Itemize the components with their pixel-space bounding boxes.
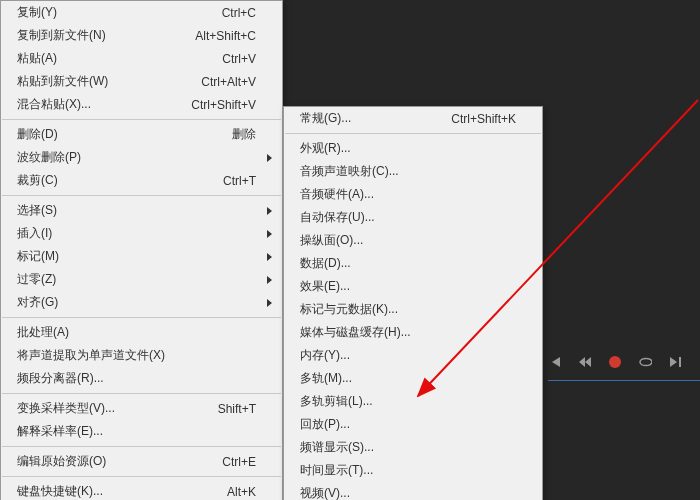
menu-item-label: 插入(I) xyxy=(17,225,256,242)
menu1-item-25[interactable]: 键盘快捷键(K)...Alt+K xyxy=(1,480,282,500)
menu2-item-6[interactable]: 操纵面(O)... xyxy=(284,229,542,252)
menu1-item-16[interactable]: 批处理(A) xyxy=(1,321,282,344)
menu-item-label: 标记与元数据(K)... xyxy=(300,301,516,318)
menu-item-label: 媒体与磁盘缓存(H)... xyxy=(300,324,516,341)
menu1-item-13[interactable]: 过零(Z) xyxy=(1,268,282,291)
menu-item-label: 效果(E)... xyxy=(300,278,516,295)
menu-item-shortcut: 删除 xyxy=(232,126,256,143)
timeline-ruler xyxy=(548,380,700,381)
menu-separator xyxy=(2,476,281,477)
menu1-item-3[interactable]: 粘贴到新文件(W)Ctrl+Alt+V xyxy=(1,70,282,93)
menu-item-label: 粘贴到新文件(W) xyxy=(17,73,201,90)
menu-item-label: 波纹删除(P) xyxy=(17,149,256,166)
menu2-item-16[interactable]: 时间显示(T)... xyxy=(284,459,542,482)
menu-item-label: 操纵面(O)... xyxy=(300,232,516,249)
menu-item-shortcut: Ctrl+Alt+V xyxy=(201,75,256,89)
menu-item-label: 选择(S) xyxy=(17,202,256,219)
menu2-item-4[interactable]: 音频硬件(A)... xyxy=(284,183,542,206)
menu-item-shortcut: Ctrl+C xyxy=(222,6,256,20)
menu-separator xyxy=(285,133,541,134)
menu-item-shortcut: Ctrl+Shift+K xyxy=(451,112,516,126)
edit-menu: 复制(Y)Ctrl+C复制到新文件(N)Alt+Shift+C粘贴(A)Ctrl… xyxy=(0,0,283,500)
menu1-item-17[interactable]: 将声道提取为单声道文件(X) xyxy=(1,344,282,367)
transport-bar xyxy=(548,348,682,376)
prev-icon[interactable] xyxy=(548,355,562,369)
menu1-item-18[interactable]: 频段分离器(R)... xyxy=(1,367,282,390)
menu-item-label: 将声道提取为单声道文件(X) xyxy=(17,347,256,364)
menu-item-label: 变换采样类型(V)... xyxy=(17,400,218,417)
record-icon[interactable] xyxy=(608,355,622,369)
menu-item-label: 音频硬件(A)... xyxy=(300,186,516,203)
menu2-item-10[interactable]: 媒体与磁盘缓存(H)... xyxy=(284,321,542,344)
menu1-item-1[interactable]: 复制到新文件(N)Alt+Shift+C xyxy=(1,24,282,47)
menu-item-label: 时间显示(T)... xyxy=(300,462,516,479)
menu-item-label: 数据(D)... xyxy=(300,255,516,272)
menu2-item-12[interactable]: 多轨(M)... xyxy=(284,367,542,390)
menu-separator xyxy=(2,119,281,120)
menu-item-label: 音频声道映射(C)... xyxy=(300,163,516,180)
menu-item-label: 多轨剪辑(L)... xyxy=(300,393,516,410)
menu-item-label: 对齐(G) xyxy=(17,294,256,311)
menu2-item-11[interactable]: 内存(Y)... xyxy=(284,344,542,367)
menu1-item-4[interactable]: 混合粘贴(X)...Ctrl+Shift+V xyxy=(1,93,282,116)
menu2-item-17[interactable]: 视频(V)... xyxy=(284,482,542,500)
menu-item-label: 多轨(M)... xyxy=(300,370,516,387)
menu-separator xyxy=(2,317,281,318)
menu1-item-2[interactable]: 粘贴(A)Ctrl+V xyxy=(1,47,282,70)
menu2-item-7[interactable]: 数据(D)... xyxy=(284,252,542,275)
menu1-item-12[interactable]: 标记(M) xyxy=(1,245,282,268)
menu2-item-3[interactable]: 音频声道映射(C)... xyxy=(284,160,542,183)
menu1-item-20[interactable]: 变换采样类型(V)...Shift+T xyxy=(1,397,282,420)
menu-item-shortcut: Alt+K xyxy=(227,485,256,499)
menu1-item-14[interactable]: 对齐(G) xyxy=(1,291,282,314)
menu-item-shortcut: Shift+T xyxy=(218,402,256,416)
menu1-item-8[interactable]: 裁剪(C)Ctrl+T xyxy=(1,169,282,192)
menu2-item-2[interactable]: 外观(R)... xyxy=(284,137,542,160)
menu1-item-7[interactable]: 波纹删除(P) xyxy=(1,146,282,169)
menu-item-label: 复制到新文件(N) xyxy=(17,27,195,44)
menu-item-label: 编辑原始资源(O) xyxy=(17,453,222,470)
menu-item-label: 批处理(A) xyxy=(17,324,256,341)
menu1-item-10[interactable]: 选择(S) xyxy=(1,199,282,222)
skip-icon[interactable] xyxy=(668,355,682,369)
menu1-item-23[interactable]: 编辑原始资源(O)Ctrl+E xyxy=(1,450,282,473)
menu-item-label: 标记(M) xyxy=(17,248,256,265)
menu1-item-21[interactable]: 解释采样率(E)... xyxy=(1,420,282,443)
menu-item-shortcut: Alt+Shift+C xyxy=(195,29,256,43)
menu-item-shortcut: Ctrl+V xyxy=(222,52,256,66)
loop-icon[interactable] xyxy=(638,355,652,369)
menu2-item-9[interactable]: 标记与元数据(K)... xyxy=(284,298,542,321)
menu-item-label: 回放(P)... xyxy=(300,416,516,433)
menu-item-label: 内存(Y)... xyxy=(300,347,516,364)
menu2-item-5[interactable]: 自动保存(U)... xyxy=(284,206,542,229)
menu-separator xyxy=(2,393,281,394)
menu-item-label: 常规(G)... xyxy=(300,110,451,127)
preferences-submenu: 常规(G)...Ctrl+Shift+K外观(R)...音频声道映射(C)...… xyxy=(283,106,543,500)
menu2-item-14[interactable]: 回放(P)... xyxy=(284,413,542,436)
svg-point-0 xyxy=(609,356,621,368)
menu-item-label: 复制(Y) xyxy=(17,4,222,21)
menu2-item-0[interactable]: 常规(G)...Ctrl+Shift+K xyxy=(284,107,542,130)
menu-item-label: 删除(D) xyxy=(17,126,232,143)
menu-item-label: 过零(Z) xyxy=(17,271,256,288)
menu-item-label: 裁剪(C) xyxy=(17,172,223,189)
menu-item-label: 混合粘贴(X)... xyxy=(17,96,191,113)
menu-separator xyxy=(2,195,281,196)
menu-item-label: 键盘快捷键(K)... xyxy=(17,483,227,500)
menu-item-label: 自动保存(U)... xyxy=(300,209,516,226)
menu1-item-11[interactable]: 插入(I) xyxy=(1,222,282,245)
menu-item-label: 视频(V)... xyxy=(300,485,516,500)
menu-item-label: 外观(R)... xyxy=(300,140,516,157)
menu1-item-6[interactable]: 删除(D)删除 xyxy=(1,123,282,146)
menu1-item-0[interactable]: 复制(Y)Ctrl+C xyxy=(1,1,282,24)
rewind-icon[interactable] xyxy=(578,355,592,369)
menu-item-label: 频谱显示(S)... xyxy=(300,439,516,456)
menu-item-label: 频段分离器(R)... xyxy=(17,370,256,387)
menu2-item-15[interactable]: 频谱显示(S)... xyxy=(284,436,542,459)
menu-item-label: 粘贴(A) xyxy=(17,50,222,67)
menu-item-shortcut: Ctrl+E xyxy=(222,455,256,469)
menu-item-label: 解释采样率(E)... xyxy=(17,423,256,440)
menu2-item-8[interactable]: 效果(E)... xyxy=(284,275,542,298)
menu-separator xyxy=(2,446,281,447)
menu2-item-13[interactable]: 多轨剪辑(L)... xyxy=(284,390,542,413)
